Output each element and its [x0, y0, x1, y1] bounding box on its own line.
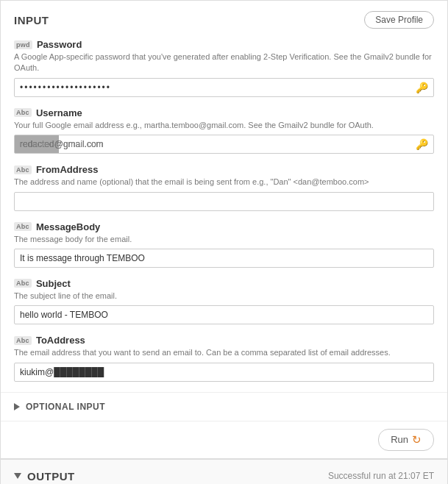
username-label-row: Abc Username: [14, 107, 434, 118]
username-label: Username: [36, 107, 82, 118]
run-area: Run ↻: [1, 421, 447, 458]
from-address-label: FromAddress: [36, 164, 99, 175]
message-body-label: MessageBody: [36, 221, 100, 232]
message-body-label-row: Abc MessageBody: [14, 221, 434, 232]
password-label-row: pwd Password: [14, 39, 434, 50]
username-badge: Abc: [14, 108, 32, 117]
to-address-field-group: Abc ToAddress The email address that you…: [14, 335, 434, 381]
password-input[interactable]: [14, 78, 434, 97]
section-header: INPUT Save Profile: [14, 11, 434, 29]
subject-field-group: Abc Subject The subject line of the emai…: [14, 278, 434, 324]
success-status: Successful run at 21:07 ET: [328, 471, 434, 481]
message-body-description: The message body for the email.: [14, 234, 434, 245]
subject-badge: Abc: [14, 279, 32, 288]
subject-input[interactable]: [14, 305, 434, 324]
password-field-group: pwd Password A Google App-specific passw…: [14, 39, 434, 97]
username-description: Your full Google email address e.g., mar…: [14, 120, 434, 131]
subject-label-row: Abc Subject: [14, 278, 434, 289]
optional-input-section: OPTIONAL INPUT: [1, 392, 447, 421]
password-input-wrapper: 🔑: [14, 78, 434, 97]
from-address-description: The address and name (optional) that the…: [14, 177, 434, 188]
output-left: OUTPUT: [14, 470, 75, 483]
username-input[interactable]: [14, 135, 434, 154]
password-description: A Google App-specific password that you'…: [14, 51, 434, 74]
output-title: OUTPUT: [27, 470, 75, 483]
run-label: Run: [391, 434, 408, 445]
optional-input-toggle[interactable]: OPTIONAL INPUT: [14, 402, 434, 412]
password-label: Password: [37, 39, 82, 50]
message-body-input-wrapper: [14, 249, 434, 268]
password-badge: pwd: [14, 40, 32, 49]
to-address-input-wrapper: [14, 363, 434, 382]
output-section: OUTPUT Successful run at 21:07 ET: [1, 458, 447, 484]
input-section: INPUT Save Profile pwd Password A Google…: [1, 1, 447, 382]
to-address-badge: Abc: [14, 336, 32, 345]
from-address-input[interactable]: [14, 192, 434, 211]
triangle-down-icon: [14, 473, 21, 479]
subject-label: Subject: [36, 278, 71, 289]
username-input-wrapper: 🔑: [14, 135, 434, 154]
triangle-right-icon: [14, 403, 20, 410]
to-address-description: The email address that you want to send …: [14, 347, 434, 358]
from-address-field-group: Abc FromAddress The address and name (op…: [14, 164, 434, 210]
from-address-input-wrapper: [14, 192, 434, 211]
subject-input-wrapper: [14, 305, 434, 324]
to-address-input[interactable]: [14, 363, 434, 382]
run-button[interactable]: Run ↻: [378, 429, 434, 451]
message-body-input[interactable]: [14, 249, 434, 268]
from-address-badge: Abc: [14, 166, 32, 174]
username-field-group: Abc Username Your full Google email addr…: [14, 107, 434, 154]
page-wrapper: INPUT Save Profile pwd Password A Google…: [0, 0, 448, 484]
from-address-label-row: Abc FromAddress: [14, 164, 434, 175]
page-title: INPUT: [14, 14, 49, 26]
save-profile-button[interactable]: Save Profile: [364, 11, 434, 29]
optional-input-title: OPTIONAL INPUT: [26, 402, 105, 412]
message-body-field-group: Abc MessageBody The message body for the…: [14, 221, 434, 268]
to-address-label: ToAddress: [36, 335, 85, 346]
subject-description: The subject line of the email.: [14, 291, 434, 302]
message-body-badge: Abc: [14, 222, 32, 231]
to-address-label-row: Abc ToAddress: [14, 335, 434, 346]
run-arrow-icon: ↻: [412, 433, 422, 446]
